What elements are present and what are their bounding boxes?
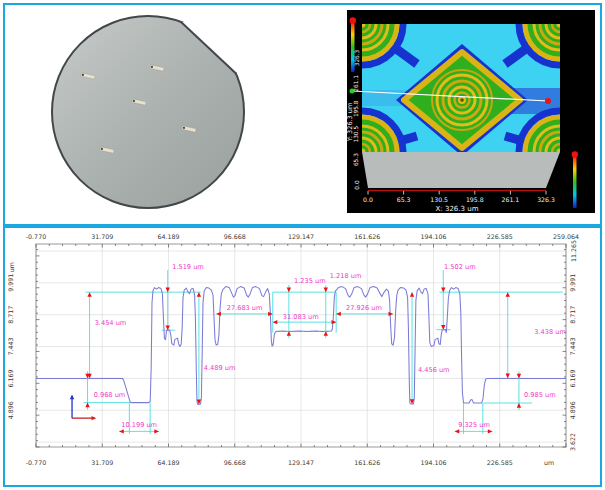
dim-label: 3.454 um [95,319,127,327]
dim-label: 31.083 um [283,313,319,321]
x-tick-label-top: -0.770 [26,233,46,240]
x-tick-label-top: 96.668 [224,233,246,240]
y-tick-label-right: 4.896 [570,401,577,419]
x-tick-label-bottom: 194.106 [420,459,446,466]
wafer-image [28,10,268,215]
x-tick-label-bottom: 31.709 [91,459,113,466]
dim-label: 10.199 um [121,421,157,429]
tick-label: 0.0 [363,196,373,203]
x-tick-label-bottom: 64.189 [157,459,179,466]
dim-label: 27.683 um [227,304,263,312]
y-tick-label-left: 7.443 [8,338,15,356]
y-tick-label-left: 4.896 [8,401,15,419]
color-scale-marker [572,151,578,157]
s3d-x-axis-label: X: 326.3 um [436,205,479,213]
front-face [362,152,560,188]
color-scale-marker [350,17,356,23]
x-tick-label-bottom: 226.585 [487,459,513,466]
dim-label: 27.926 um [346,304,382,312]
x-tick-label-top: 161.626 [354,233,380,240]
dim-label: 0.968 um [94,391,126,399]
x-tick-label-bottom: -0.770 [26,459,46,466]
dim-label: 1.519 um [172,263,204,271]
dim-label: 4.489 um [204,364,236,372]
x-tick-label-bottom: 96.668 [224,459,246,466]
cut-end-dot [545,98,551,104]
tick-label: 195.8 [466,196,484,203]
x-tick-label-top: 194.106 [420,233,446,240]
x-axis-unit: um [544,459,554,466]
y-tick-label-right: 8.717 [570,306,577,324]
y-tick-label-left: 9.991 [8,274,15,292]
dim-label: 1.235 um [294,277,326,285]
x-tick-label-top: 31.709 [91,233,113,240]
tick-label: 130.5 [354,126,360,143]
dim-label: 1.502 um [444,263,476,271]
x-tick-label-top: 129.147 [288,233,314,240]
y-tick-label-right: 3.622 [570,433,577,451]
tick-label: 261.1 [502,196,520,203]
y-tick-label-right: 6.169 [570,369,577,387]
dim-label: 4.456 um [418,366,450,374]
x-tick-label-top: 259.064 [553,233,579,240]
surface-3d-view: 0.065.3130.5195.8261.1326.3 0.065.3130.5… [347,10,595,213]
y-tick-label-right: 11.265 [570,240,577,262]
tick-label: 326.3 [537,196,555,203]
tick-label: 65.3 [354,153,360,166]
y-tick-label-left: 6.169 [8,369,15,387]
tick-label: 0.0 [354,180,360,190]
s3d-y-axis-label: Y: 326.3 um [347,103,354,143]
x-tick-label-top: 226.585 [487,233,513,240]
tick-label: 261.1 [354,75,360,92]
y-tick-label-left: 8.717 [8,306,15,324]
color-scale-bar [573,156,577,208]
dim-label: 1.218 um [330,272,362,280]
x-tick-label-top: 64.189 [157,233,179,240]
dim-label: 9.325 um [458,421,490,429]
x-tick-label-bottom: 129.147 [288,459,314,466]
dim-label: 0.985 um [524,391,556,399]
y-tick-label-right: 9.991 [570,274,577,292]
dim-label: 3.438 um [534,328,566,336]
x-tick-label-bottom: 161.626 [354,459,380,466]
profile-chart: -0.77031.70964.18996.668129.147161.62619… [0,228,605,490]
tick-label: 326.3 [354,49,360,66]
tick-label: 130.5 [430,196,448,203]
tick-label: 195.8 [354,100,360,117]
y-tick-label-right: 7.443 [570,338,577,356]
y-axis-unit: um [8,262,15,272]
tick-label: 65.3 [397,196,411,203]
